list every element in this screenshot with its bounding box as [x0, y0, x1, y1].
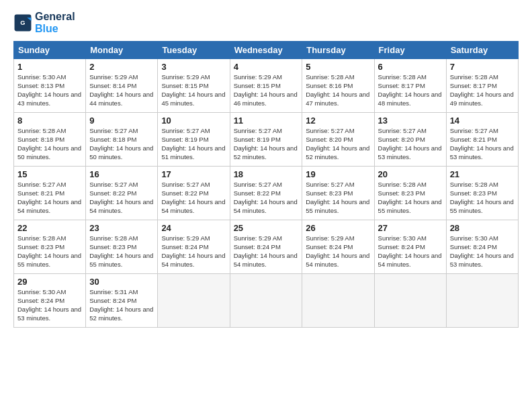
- day-number: 22: [17, 223, 82, 233]
- day-cell: 29 Sunrise: 5:30 AMSunset: 8:24 PMDaylig…: [14, 274, 86, 328]
- day-cell: 6 Sunrise: 5:28 AMSunset: 8:17 PMDayligh…: [374, 59, 446, 113]
- day-cell: 25 Sunrise: 5:29 AMSunset: 8:24 PMDaylig…: [230, 220, 302, 274]
- day-cell: 26 Sunrise: 5:29 AMSunset: 8:24 PMDaylig…: [302, 220, 374, 274]
- day-cell: 15 Sunrise: 5:27 AMSunset: 8:21 PMDaylig…: [14, 167, 86, 220]
- day-cell: 7 Sunrise: 5:28 AMSunset: 8:17 PMDayligh…: [446, 59, 518, 113]
- day-number: 24: [161, 223, 226, 233]
- day-cell: 18 Sunrise: 5:27 AMSunset: 8:22 PMDaylig…: [230, 167, 302, 220]
- day-number: 1: [17, 62, 82, 72]
- day-info: Sunrise: 5:27 AMSunset: 8:21 PMDaylight:…: [450, 127, 515, 161]
- page-header: G GeneralBlue: [13, 11, 519, 34]
- col-saturday: Saturday: [446, 42, 518, 59]
- day-info: Sunrise: 5:27 AMSunset: 8:20 PMDaylight:…: [378, 127, 443, 161]
- day-cell: 12 Sunrise: 5:27 AMSunset: 8:20 PMDaylig…: [302, 113, 374, 167]
- day-number: 3: [161, 62, 226, 72]
- day-number: 28: [450, 223, 515, 233]
- empty-cell: [158, 274, 230, 328]
- day-number: 14: [450, 116, 515, 126]
- day-number: 7: [450, 62, 515, 72]
- day-info: Sunrise: 5:27 AMSunset: 8:23 PMDaylight:…: [306, 181, 370, 215]
- day-cell: 20 Sunrise: 5:28 AMSunset: 8:23 PMDaylig…: [374, 167, 446, 220]
- day-number: 21: [450, 169, 515, 179]
- day-cell: 13 Sunrise: 5:27 AMSunset: 8:20 PMDaylig…: [374, 113, 446, 167]
- day-info: Sunrise: 5:30 AMSunset: 8:24 PMDaylight:…: [378, 234, 443, 269]
- day-number: 10: [161, 116, 226, 126]
- day-number: 16: [89, 169, 154, 179]
- col-wednesday: Wednesday: [230, 42, 302, 59]
- empty-cell: [230, 274, 302, 328]
- day-number: 23: [89, 223, 154, 233]
- calendar-body: 1 Sunrise: 5:30 AMSunset: 8:13 PMDayligh…: [14, 59, 519, 328]
- day-number: 26: [306, 223, 370, 233]
- day-info: Sunrise: 5:28 AMSunset: 8:23 PMDaylight:…: [89, 234, 154, 269]
- day-info: Sunrise: 5:27 AMSunset: 8:19 PMDaylight:…: [161, 127, 226, 161]
- day-cell: 3 Sunrise: 5:29 AMSunset: 8:15 PMDayligh…: [158, 59, 230, 113]
- day-number: 6: [378, 62, 443, 72]
- calendar-header-row: Sunday Monday Tuesday Wednesday Thursday…: [14, 42, 519, 59]
- day-number: 12: [306, 116, 370, 126]
- day-number: 17: [161, 169, 226, 179]
- day-info: Sunrise: 5:27 AMSunset: 8:22 PMDaylight:…: [161, 181, 226, 215]
- calendar-week-5: 29 Sunrise: 5:30 AMSunset: 8:24 PMDaylig…: [14, 274, 519, 328]
- day-cell: 22 Sunrise: 5:28 AMSunset: 8:23 PMDaylig…: [14, 220, 86, 274]
- day-cell: 28 Sunrise: 5:30 AMSunset: 8:24 PMDaylig…: [446, 220, 518, 274]
- day-cell: 14 Sunrise: 5:27 AMSunset: 8:21 PMDaylig…: [446, 113, 518, 167]
- day-number: 30: [89, 277, 154, 287]
- empty-cell: [374, 274, 446, 328]
- logo-text: GeneralBlue: [35, 11, 75, 34]
- calendar-week-4: 22 Sunrise: 5:28 AMSunset: 8:23 PMDaylig…: [14, 220, 519, 274]
- logo: G GeneralBlue: [13, 11, 75, 34]
- day-info: Sunrise: 5:29 AMSunset: 8:15 PMDaylight:…: [161, 73, 226, 107]
- day-info: Sunrise: 5:30 AMSunset: 8:13 PMDaylight:…: [17, 73, 82, 107]
- day-number: 19: [306, 169, 370, 179]
- day-cell: 5 Sunrise: 5:28 AMSunset: 8:16 PMDayligh…: [302, 59, 374, 113]
- day-cell: 24 Sunrise: 5:29 AMSunset: 8:24 PMDaylig…: [158, 220, 230, 274]
- day-number: 9: [89, 116, 154, 126]
- day-cell: 2 Sunrise: 5:29 AMSunset: 8:14 PMDayligh…: [86, 59, 158, 113]
- day-number: 20: [378, 169, 443, 179]
- day-number: 18: [234, 169, 299, 179]
- day-info: Sunrise: 5:30 AMSunset: 8:24 PMDaylight:…: [17, 288, 82, 322]
- day-number: 11: [234, 116, 299, 126]
- day-info: Sunrise: 5:28 AMSunset: 8:17 PMDaylight:…: [378, 73, 443, 107]
- day-number: 25: [234, 223, 299, 233]
- day-info: Sunrise: 5:27 AMSunset: 8:22 PMDaylight:…: [89, 181, 154, 215]
- day-info: Sunrise: 5:28 AMSunset: 8:17 PMDaylight:…: [450, 73, 515, 107]
- col-tuesday: Tuesday: [158, 42, 230, 59]
- day-info: Sunrise: 5:28 AMSunset: 8:18 PMDaylight:…: [17, 127, 82, 161]
- col-friday: Friday: [374, 42, 446, 59]
- day-cell: 21 Sunrise: 5:28 AMSunset: 8:23 PMDaylig…: [446, 167, 518, 220]
- day-cell: 11 Sunrise: 5:27 AMSunset: 8:19 PMDaylig…: [230, 113, 302, 167]
- day-number: 4: [234, 62, 299, 72]
- day-number: 2: [89, 62, 154, 72]
- day-info: Sunrise: 5:28 AMSunset: 8:23 PMDaylight:…: [378, 181, 443, 215]
- day-number: 29: [17, 277, 82, 287]
- day-info: Sunrise: 5:31 AMSunset: 8:24 PMDaylight:…: [89, 288, 154, 322]
- day-info: Sunrise: 5:27 AMSunset: 8:21 PMDaylight:…: [17, 181, 82, 215]
- day-cell: 1 Sunrise: 5:30 AMSunset: 8:13 PMDayligh…: [14, 59, 86, 113]
- day-number: 15: [17, 169, 82, 179]
- day-number: 8: [17, 116, 82, 126]
- day-info: Sunrise: 5:29 AMSunset: 8:24 PMDaylight:…: [306, 234, 370, 269]
- day-cell: 4 Sunrise: 5:29 AMSunset: 8:15 PMDayligh…: [230, 59, 302, 113]
- day-number: 27: [378, 223, 443, 233]
- logo-icon: G: [13, 13, 32, 32]
- day-info: Sunrise: 5:27 AMSunset: 8:20 PMDaylight:…: [306, 127, 370, 161]
- day-info: Sunrise: 5:27 AMSunset: 8:22 PMDaylight:…: [234, 181, 299, 215]
- day-cell: 30 Sunrise: 5:31 AMSunset: 8:24 PMDaylig…: [86, 274, 158, 328]
- day-info: Sunrise: 5:29 AMSunset: 8:15 PMDaylight:…: [234, 73, 299, 107]
- day-cell: 17 Sunrise: 5:27 AMSunset: 8:22 PMDaylig…: [158, 167, 230, 220]
- day-cell: 27 Sunrise: 5:30 AMSunset: 8:24 PMDaylig…: [374, 220, 446, 274]
- day-cell: 8 Sunrise: 5:28 AMSunset: 8:18 PMDayligh…: [14, 113, 86, 167]
- svg-text:G: G: [20, 19, 25, 26]
- day-info: Sunrise: 5:27 AMSunset: 8:19 PMDaylight:…: [234, 127, 299, 161]
- col-thursday: Thursday: [302, 42, 374, 59]
- calendar-week-2: 8 Sunrise: 5:28 AMSunset: 8:18 PMDayligh…: [14, 113, 519, 167]
- calendar-table: Sunday Monday Tuesday Wednesday Thursday…: [13, 41, 519, 328]
- day-info: Sunrise: 5:28 AMSunset: 8:23 PMDaylight:…: [450, 181, 515, 215]
- day-number: 13: [378, 116, 443, 126]
- day-cell: 19 Sunrise: 5:27 AMSunset: 8:23 PMDaylig…: [302, 167, 374, 220]
- calendar-week-3: 15 Sunrise: 5:27 AMSunset: 8:21 PMDaylig…: [14, 167, 519, 220]
- day-info: Sunrise: 5:28 AMSunset: 8:16 PMDaylight:…: [306, 73, 370, 107]
- day-info: Sunrise: 5:27 AMSunset: 8:18 PMDaylight:…: [89, 127, 154, 161]
